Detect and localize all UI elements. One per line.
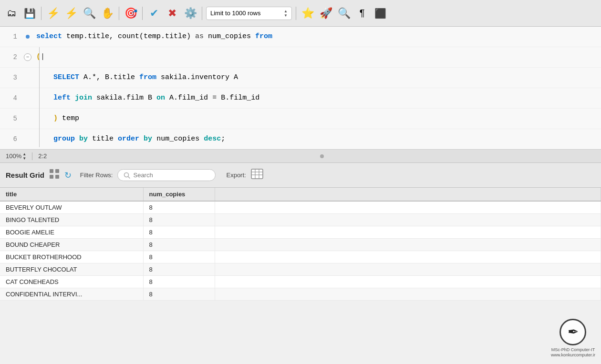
toolbar-separator-1: [41, 7, 41, 20]
cell-title: CAT CONEHEADS: [0, 276, 143, 288]
export-icon[interactable]: [251, 169, 263, 182]
cell-title: BUTTERFLY CHOCOLAT: [0, 263, 143, 276]
table-row[interactable]: BOUND CHEAPER8: [0, 239, 601, 251]
breakpoint-dot[interactable]: [26, 35, 30, 39]
line-indicator-1: [23, 35, 32, 39]
col-header-num-copies: num_copies: [143, 188, 215, 201]
zoom-arrows: ▲▼: [22, 152, 26, 161]
scroll-dot: [320, 154, 324, 158]
code-line-6: 6 group by title order by num_copies des…: [0, 129, 601, 149]
svg-line-5: [128, 176, 130, 178]
line-content-6: group by title order by num_copies desc;: [32, 129, 601, 149]
cell-empty: [215, 239, 601, 251]
toolbar-separator-5: [296, 7, 296, 20]
table-row[interactable]: BEVERLY OUTLAW8: [0, 201, 601, 214]
search-icon: [124, 172, 130, 179]
cell-num-copies: 8: [143, 226, 215, 239]
toolbar-separator-4: [202, 7, 202, 20]
zoom-level: 100%: [6, 152, 21, 160]
check-icon[interactable]: ✔: [146, 6, 162, 21]
toolbar-separator-2: [119, 7, 119, 20]
cell-title: CONFIDENTIAL INTERVI...: [0, 288, 143, 301]
watermark-circle: ✒: [560, 319, 586, 345]
cell-empty: [215, 201, 601, 214]
wordwrap-icon[interactable]: ¶: [354, 6, 370, 21]
watermark-nib-icon: ✒: [568, 324, 579, 340]
cell-title: BEVERLY OUTLAW: [0, 201, 143, 214]
table-row[interactable]: BUCKET BROTHERHOOD8: [0, 251, 601, 263]
table-row[interactable]: BOOGIE AMELIE8: [0, 226, 601, 239]
cell-num-copies: 8: [143, 288, 215, 301]
cursor-position: 2:2: [38, 152, 47, 160]
svg-rect-2: [50, 175, 53, 179]
code-line-3: 3 SELECT A.*, B.title from sakila.invent…: [0, 68, 601, 88]
stop-icon[interactable]: ✋: [100, 6, 115, 21]
cell-empty: [215, 251, 601, 263]
table-row[interactable]: BUTTERFLY CHOCOLAT8: [0, 263, 601, 276]
collapse-button[interactable]: −: [24, 53, 31, 61]
toolbar-separator-3: [142, 7, 143, 20]
table-header-row: title num_copies: [0, 188, 601, 201]
new-file-icon[interactable]: 🗂: [4, 6, 19, 21]
toolbar: 🗂 💾 ⚡ ⚡ 🔍 ✋ 🎯 ✔ ✖ ⚙️ Limit to 1000 rows …: [0, 0, 601, 27]
limit-rows-arrows: ▲▼: [284, 9, 288, 18]
plugin-icon[interactable]: 🎯: [123, 6, 138, 21]
line-num-1: 1: [0, 27, 23, 47]
line-content-1: select temp.title, count(temp.title) as …: [32, 27, 601, 47]
result-grid-header: Result Grid ↻ Filter Rows: Export:: [0, 163, 601, 188]
cell-title: BOOGIE AMELIE: [0, 226, 143, 239]
refresh-icon[interactable]: ↻: [64, 170, 72, 181]
cell-empty: [215, 226, 601, 239]
limit-rows-label: Limit to 1000 rows: [210, 10, 261, 17]
watermark-text-line1: MSc-PhD Computer-IT: [551, 347, 595, 353]
table-row[interactable]: CONFIDENTIAL INTERVI...8: [0, 288, 601, 301]
history-icon[interactable]: ⬛: [373, 6, 388, 21]
cell-empty: [215, 214, 601, 226]
cell-num-copies: 8: [143, 276, 215, 288]
cell-num-copies: 8: [143, 251, 215, 263]
table-row[interactable]: BINGO TALENTED8: [0, 214, 601, 226]
save-icon[interactable]: 💾: [22, 6, 37, 21]
execute-icon[interactable]: ⚡: [45, 6, 61, 21]
zoom-control[interactable]: 100% ▲▼: [6, 152, 26, 161]
col-header-empty: [215, 188, 601, 201]
bookmark-icon[interactable]: ⭐: [300, 6, 315, 21]
line-content-5: ) temp: [32, 109, 601, 129]
cell-title: BINGO TALENTED: [0, 214, 143, 226]
search-box[interactable]: [117, 169, 216, 181]
code-editor[interactable]: 1 select temp.title, count(temp.title) a…: [0, 27, 601, 150]
line-content-3: SELECT A.*, B.title from sakila.inventor…: [32, 68, 601, 88]
code-line-4: 4 left join sakila.film B on A.film_id =…: [0, 88, 601, 109]
cell-title: BUCKET BROTHERHOOD: [0, 251, 143, 263]
watermark-text-line2: www.konkurcomputer.ir: [551, 353, 595, 358]
col-header-title: title: [0, 188, 143, 201]
execute-alt-icon[interactable]: ⚡: [63, 6, 79, 21]
status-bar: 100% ▲▼ 2:2: [0, 150, 601, 163]
line-num-2: 2: [0, 47, 23, 67]
zoom-icon[interactable]: 🔍: [336, 6, 352, 21]
grid-view-icon[interactable]: [49, 169, 60, 182]
result-table: title num_copies BEVERLY OUTLAW8BINGO TA…: [0, 188, 601, 301]
code-line-5: 5 ) temp: [0, 109, 601, 129]
line-num-5: 5: [0, 109, 23, 129]
table-row[interactable]: CAT CONEHEADS8: [0, 276, 601, 288]
cell-empty: [215, 288, 601, 301]
line-indicator-2: −: [23, 53, 32, 61]
snippet-icon[interactable]: 🚀: [318, 6, 333, 21]
cell-title: BOUND CHEAPER: [0, 239, 143, 251]
cell-empty: [215, 276, 601, 288]
export-label: Export:: [226, 172, 246, 179]
search-input[interactable]: [133, 172, 209, 179]
limit-rows-select[interactable]: Limit to 1000 rows ▲▼: [206, 7, 292, 20]
format-icon[interactable]: ⚙️: [183, 6, 198, 21]
code-line-2: 2 − (|: [0, 47, 601, 68]
cancel-icon[interactable]: ✖: [165, 6, 180, 21]
svg-rect-3: [55, 175, 59, 179]
cell-num-copies: 8: [143, 239, 215, 251]
watermark: ✒ MSc-PhD Computer-IT www.konkurcomputer…: [551, 319, 595, 358]
svg-rect-6: [251, 169, 263, 179]
explain-icon[interactable]: 🔍: [82, 6, 97, 21]
svg-rect-0: [50, 169, 53, 173]
line-content-4: left join sakila.film B on A.film_id = B…: [32, 88, 601, 108]
filter-rows-label: Filter Rows:: [80, 172, 113, 179]
